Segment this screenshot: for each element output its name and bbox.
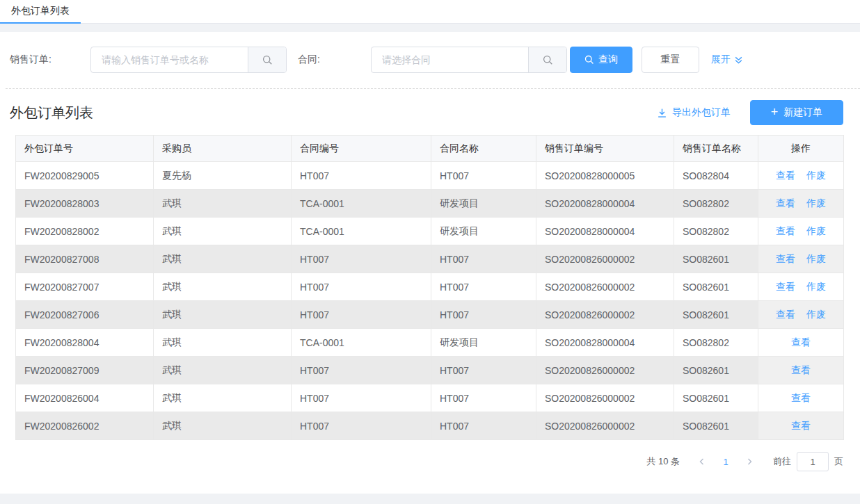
orders-table: 外包订单号 采购员 合同编号 合同名称 销售订单编号 销售订单名称 操作 FW2… [15, 135, 844, 440]
void-link[interactable]: 作废 [806, 253, 826, 264]
goto-page-group: 前往 页 [773, 452, 843, 471]
cell-contract-name: 研发项目 [431, 190, 536, 218]
view-link[interactable]: 查看 [791, 392, 811, 403]
tab-outsourcing-order-list[interactable]: 外包订单列表 [0, 0, 81, 24]
filter-bar: 销售订单: 合同: [0, 32, 860, 73]
table-row: FW20200827008武琪HT007HT007SO2020082600000… [16, 245, 844, 273]
cell-sales-order-name: SO082802 [674, 329, 758, 357]
cell-purchaser: 武琪 [154, 190, 292, 218]
cell-purchaser: 武琪 [154, 273, 292, 301]
cell-contract-no: TCA-0001 [292, 190, 431, 218]
cell-contract-no: TCA-0001 [292, 329, 431, 357]
sales-order-input[interactable] [91, 47, 248, 72]
page-suffix: 页 [834, 455, 843, 468]
orders-table-wrap: 外包订单号 采购员 合同编号 合同名称 销售订单编号 销售订单名称 操作 FW2… [15, 135, 843, 440]
void-link[interactable]: 作废 [806, 281, 826, 292]
goto-label: 前往 [773, 455, 791, 468]
cell-sales-order-no: SO20200826000002 [536, 273, 674, 301]
cell-contract-name: HT007 [431, 357, 536, 384]
prev-page-button[interactable] [692, 452, 712, 471]
view-link[interactable]: 查看 [776, 253, 795, 264]
contract-search-button[interactable] [528, 47, 566, 72]
export-link[interactable]: 导出外包订单 [657, 106, 731, 119]
cell-contract-no: HT007 [292, 245, 431, 273]
table-row: FW20200827009武琪HT007HT007SO2020082600000… [16, 357, 844, 384]
cell-contract-name: HT007 [431, 162, 536, 190]
cell-purchaser: 武琪 [154, 357, 292, 384]
double-chevron-down-icon [734, 56, 743, 65]
cell-purchaser: 武琪 [154, 329, 292, 357]
reset-button[interactable]: 重置 [642, 47, 699, 73]
page-number-1[interactable]: 1 [716, 452, 735, 471]
void-link[interactable]: 作废 [806, 309, 826, 320]
cell-sales-order-no: SO20200828000004 [536, 218, 674, 245]
cell-contract-name: HT007 [431, 273, 536, 301]
void-link[interactable]: 作废 [806, 225, 826, 236]
view-link[interactable]: 查看 [776, 309, 795, 320]
col-contract-no: 合同编号 [292, 136, 431, 162]
contract-input[interactable] [372, 47, 528, 72]
view-link[interactable]: 查看 [791, 420, 811, 431]
plus-icon: + [771, 106, 779, 118]
query-button[interactable]: 查询 [570, 47, 632, 73]
search-icon [543, 55, 553, 65]
export-link-label: 导出外包订单 [672, 106, 731, 119]
cell-sales-order-no: SO20200826000002 [536, 301, 674, 329]
view-link[interactable]: 查看 [791, 336, 811, 348]
tab-label: 外包订单列表 [11, 5, 70, 17]
cell-sales-order-no: SO20200828000005 [536, 162, 674, 190]
list-actions: 导出外包订单 + 新建订单 [657, 100, 843, 125]
view-link[interactable]: 查看 [776, 170, 795, 181]
cell-purchaser: 武琪 [154, 301, 292, 329]
cell-sales-order-name: SO082802 [674, 190, 758, 218]
cell-purchaser: 武琪 [154, 412, 292, 440]
cell-sales-order-no: SO20200826000002 [536, 384, 674, 412]
sales-order-search-button[interactable] [248, 47, 286, 72]
col-sales-order-name: 销售订单名称 [674, 136, 758, 162]
list-header: 外包订单列表 导出外包订单 + 新建订单 [0, 89, 860, 125]
cell-order-no: FW20200827006 [16, 301, 154, 329]
cell-actions: 查看作废 [758, 218, 844, 245]
cell-order-no: FW20200829005 [16, 162, 154, 190]
sales-order-input-group [90, 47, 287, 73]
cell-contract-name: HT007 [431, 384, 536, 412]
page-gap [0, 24, 860, 32]
goto-page-input[interactable] [797, 452, 829, 471]
create-order-button[interactable]: + 新建订单 [750, 100, 843, 125]
cell-contract-name: HT007 [431, 301, 536, 329]
view-link[interactable]: 查看 [791, 364, 811, 375]
query-button-label: 查询 [598, 54, 618, 66]
void-link[interactable]: 作废 [806, 197, 826, 209]
cell-sales-order-name: SO082601 [674, 301, 758, 329]
cell-order-no: FW20200827007 [16, 273, 154, 301]
cell-order-no: FW20200826004 [16, 384, 154, 412]
cell-contract-no: HT007 [292, 357, 431, 384]
cell-actions: 查看 [758, 412, 844, 440]
col-contract-name: 合同名称 [431, 136, 536, 162]
page-title: 外包订单列表 [10, 104, 93, 122]
cell-sales-order-no: SO20200826000002 [536, 245, 674, 273]
next-page-button[interactable] [740, 452, 759, 471]
expand-link[interactable]: 展开 [711, 54, 743, 66]
table-body: FW20200829005夏先杨HT007HT007SO202008280000… [16, 162, 844, 440]
view-link[interactable]: 查看 [776, 225, 795, 236]
view-link[interactable]: 查看 [776, 281, 795, 292]
table-row: FW20200828004武琪TCA-0001研发项目SO20200828000… [16, 329, 844, 357]
view-link[interactable]: 查看 [776, 197, 795, 209]
cell-contract-name: 研发项目 [431, 329, 536, 357]
cell-order-no: FW20200827009 [16, 357, 154, 384]
void-link[interactable]: 作废 [806, 170, 826, 181]
cell-contract-no: HT007 [292, 162, 431, 190]
cell-actions: 查看作废 [758, 245, 844, 273]
cell-actions: 查看作废 [758, 162, 844, 190]
cell-sales-order-no: SO20200826000002 [536, 412, 674, 440]
cell-contract-no: HT007 [292, 384, 431, 412]
chevron-right-icon [745, 457, 754, 466]
col-purchaser: 采购员 [154, 136, 292, 162]
cell-actions: 查看 [758, 329, 844, 357]
search-icon [584, 55, 594, 65]
col-actions: 操作 [758, 136, 844, 162]
contract-label: 合同: [298, 54, 371, 66]
table-row: FW20200828003武琪TCA-0001研发项目SO20200828000… [16, 190, 844, 218]
cell-sales-order-name: SO082802 [674, 218, 758, 245]
